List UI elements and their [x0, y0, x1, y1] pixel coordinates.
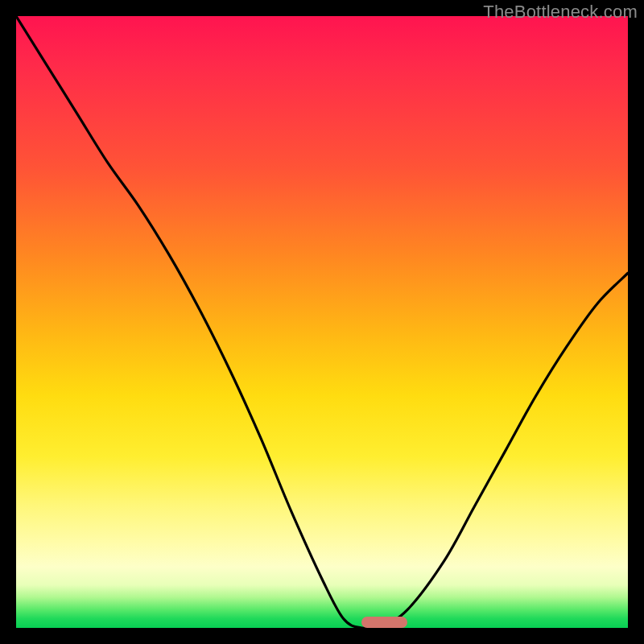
bottleneck-curve — [16, 16, 628, 628]
optimal-range-marker — [361, 617, 407, 628]
watermark-text: TheBottleneck.com — [483, 2, 638, 23]
plot-area — [16, 16, 628, 628]
chart-frame: TheBottleneck.com — [0, 0, 644, 644]
